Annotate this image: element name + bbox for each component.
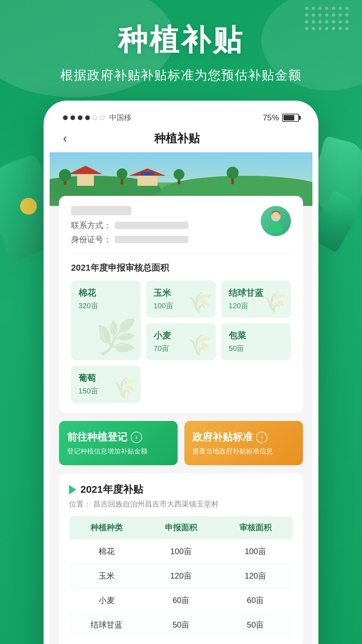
table-cell-declared: 60亩: [144, 588, 218, 613]
table-cell-crop: 结球甘蓝: [69, 613, 144, 637]
sub-title: 根据政府补贴补贴标准为您预估补贴金额: [0, 67, 362, 84]
content-area: 联系方式： 身份证号：: [50, 196, 312, 644]
signal-dot-6: [100, 115, 105, 120]
svg-point-10: [59, 169, 71, 181]
crop-icon-cabbage: 🌾: [262, 290, 288, 314]
avatar-svg: [264, 209, 288, 233]
table-cell-declared: 50亩: [144, 613, 218, 637]
status-right: 75%: [263, 113, 299, 122]
table-header-declared: 申报面积: [144, 516, 218, 539]
crop-icon-cotton: 🌿: [96, 317, 137, 357]
crop-grid: 棉花 320亩 🌿 玉米 100亩 🌾: [71, 280, 291, 403]
stats-title: 2021年度申报审核总面积: [71, 262, 291, 274]
standard-button-subtitle: 查看当地政府补贴标准信息: [192, 447, 295, 456]
svg-point-14: [174, 169, 184, 180]
signal-dot-3: [78, 115, 82, 120]
user-row: 联系方式： 身份证号：: [71, 206, 291, 248]
svg-rect-7: [137, 176, 158, 186]
status-bar: 中国移 75%: [50, 107, 312, 126]
table-cell-declared: 120亩: [144, 564, 218, 588]
main-title: 种植补贴: [0, 20, 362, 60]
subsidy-location: 位置： 昌吉回族自治州昌吉市大西渠镇玉堂村: [69, 499, 293, 509]
crop-card-grape: 葡萄 150亩 🌾: [71, 366, 141, 403]
crop-amount-pakchoi: 50亩: [229, 343, 284, 354]
standard-button[interactable]: 政府补贴标准 › 查看当地政府补贴标准信息: [184, 421, 303, 465]
subsidy-title: 2021年度补贴: [80, 483, 143, 496]
table-header-reviewed: 审核面积: [218, 516, 293, 539]
table-row: 棉花 100亩 100亩: [69, 539, 293, 564]
battery-fill: [284, 115, 294, 120]
user-id-field: 身份证号：: [71, 234, 261, 245]
fruit-decoration: [20, 198, 37, 215]
svg-point-12: [117, 168, 127, 179]
svg-rect-5: [77, 174, 94, 186]
table-cell-reviewed: 50亩: [218, 613, 293, 637]
table-row: 小麦 60亩 60亩: [69, 588, 293, 613]
table-cell-reviewed: 60亩: [218, 588, 293, 613]
table-cell-crop: 玉米: [69, 564, 144, 588]
signal-dot-1: [63, 115, 68, 120]
triangle-icon: [69, 485, 76, 494]
id-label: 身份证号：: [71, 234, 111, 245]
crop-name-cotton: 棉花: [78, 287, 133, 299]
signal-dot-4: [85, 115, 90, 120]
table-cell-declared: 100亩: [144, 539, 218, 564]
contact-label: 联系方式：: [71, 220, 111, 231]
table-cell-crop: 小麦: [69, 588, 144, 613]
user-name-blurred: [71, 206, 131, 215]
signal-dot-2: [70, 115, 75, 120]
battery-percent: 75%: [263, 113, 279, 122]
register-arrow-icon: ›: [131, 432, 142, 443]
crop-card-pakchoi: 包菜 50亩: [221, 323, 291, 360]
battery-icon: [282, 114, 299, 122]
battery-tip: [299, 116, 301, 120]
crop-card-wheat: 小麦 70亩 🌾: [146, 323, 216, 360]
stats-section: 2021年度申报审核总面积 棉花 320亩 🌿 玉米 100亩: [71, 262, 291, 403]
nav-title: 种植补贴: [67, 131, 287, 146]
action-row: 前往种植登记 › 登记种植信息增加补贴金额 政府补贴标准 › 查看当地政府补贴标…: [59, 421, 303, 465]
contact-value-blurred: [115, 222, 188, 229]
divider: [71, 254, 291, 254]
svg-rect-17: [141, 172, 154, 175]
standard-button-title: 政府补贴标准 ›: [192, 430, 295, 444]
signal-dot-5: [93, 115, 97, 120]
user-contact-field: 联系方式：: [71, 220, 261, 231]
avatar: [261, 206, 291, 236]
table-cell-reviewed: 100亩: [218, 539, 293, 564]
subsidy-table: 种植种类 申报面积 审核面积 棉花 100亩 100亩 玉米 120亩 120亩…: [69, 516, 293, 637]
crop-card-cabbage: 结球甘蓝 120亩 🌾: [221, 280, 291, 318]
crop-icon-grape: 🌾: [112, 376, 137, 399]
standard-arrow-icon: ›: [256, 432, 267, 443]
crop-card-cotton: 棉花 320亩 🌿: [71, 280, 141, 360]
phone-outer: 中国移 75% ‹ 种植补贴: [44, 101, 318, 644]
svg-point-19: [268, 223, 283, 233]
user-card: 联系方式： 身份证号：: [59, 196, 303, 413]
svg-point-21: [272, 212, 280, 220]
table-cell-reviewed: 120亩: [218, 564, 293, 588]
crop-card-corn: 玉米 100亩 🌾: [146, 280, 216, 318]
phone-inner: 中国移 75% ‹ 种植补贴: [50, 107, 312, 644]
status-left: 中国移: [63, 113, 131, 123]
header-area: 种植补贴 根据政府补贴补贴标准为您预估补贴金额: [0, 20, 362, 84]
crop-icon-wheat: 🌾: [187, 333, 213, 357]
table-header-row: 种植种类 申报面积 审核面积: [69, 516, 293, 539]
subsidy-section: 2021年度补贴 位置： 昌吉回族自治州昌吉市大西渠镇玉堂村 种植种类 申报面积…: [59, 473, 303, 644]
table-cell-crop: 棉花: [69, 539, 144, 564]
table-row: 玉米 120亩 120亩: [69, 564, 293, 588]
crop-icon-corn: 🌾: [187, 290, 213, 314]
phone-mockup: 中国移 75% ‹ 种植补贴: [44, 101, 318, 644]
table-header-crop: 种植种类: [69, 516, 144, 539]
back-button[interactable]: ‹: [63, 131, 67, 146]
user-info: 联系方式： 身份证号：: [71, 206, 261, 248]
table-row: 结球甘蓝 50亩 50亩: [69, 613, 293, 637]
crop-name-pakchoi: 包菜: [229, 330, 284, 341]
subsidy-header: 2021年度补贴: [69, 483, 293, 496]
register-button-subtitle: 登记种植信息增加补贴金额: [67, 447, 170, 456]
nav-bar: ‹ 种植补贴: [50, 126, 312, 152]
svg-point-16: [227, 167, 239, 179]
crop-amount-cotton: 320亩: [78, 301, 133, 311]
register-button[interactable]: 前往种植登记 › 登记种植信息增加补贴金额: [59, 421, 178, 465]
id-value-blurred: [115, 236, 188, 243]
register-button-title: 前往种植登记 ›: [67, 430, 170, 444]
carrier-label: 中国移: [109, 113, 131, 123]
